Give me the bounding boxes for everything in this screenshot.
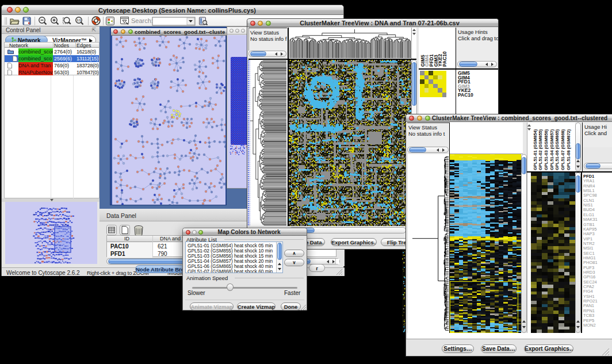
- svg-text:Search:: Search:: [131, 17, 153, 24]
- svg-text:GPL51-07 (GSM868): GPL51-07 (GSM868): [560, 129, 565, 170]
- svg-text:GPL51-06 (GSM865): GPL51-06 (GSM865): [554, 129, 560, 170]
- svg-text:GPL51-04 (GSM857): GPL51-04 (GSM857): [549, 129, 554, 170]
- svg-text:1:1: 1:1: [76, 18, 81, 22]
- svg-text:PAC10: PAC10: [442, 51, 447, 67]
- svg-text:GPL51-02 (GSM855): GPL51-02 (GSM855): [538, 129, 543, 170]
- svg-text:GPL51-08 (GSM872): GPL51-08 (GSM872): [566, 129, 571, 170]
- svg-text:GPL51-01 (GSM854): GPL51-01 (GSM854): [533, 129, 538, 170]
- svg-text:GPL51-03 (GSM856): GPL51-03 (GSM856): [544, 129, 549, 170]
